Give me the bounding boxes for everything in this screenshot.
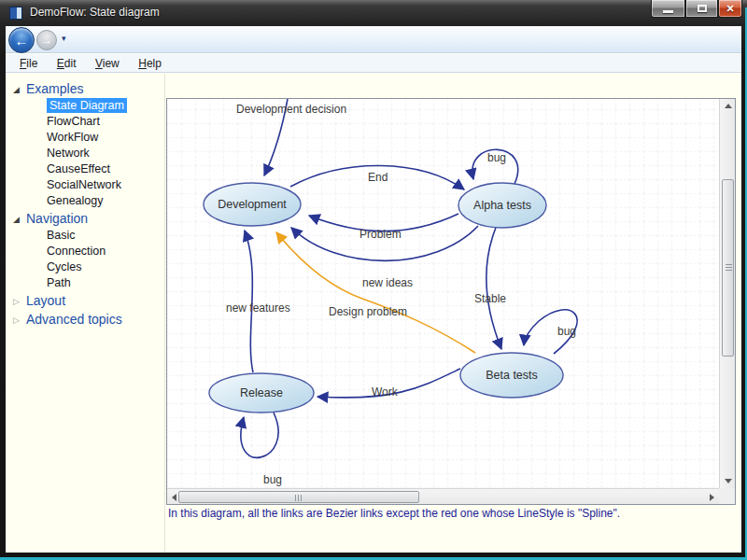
tree-section-label: Advanced topics (26, 312, 122, 327)
tree-section-label: Navigation (26, 211, 88, 226)
tree-item-state-diagram[interactable]: State Diagram (6, 98, 164, 114)
tree-item-flowchart[interactable]: FlowChart (6, 114, 164, 130)
tree-section-navigation[interactable]: ◢Navigation (6, 209, 164, 228)
scroll-down-icon (725, 479, 732, 483)
tree-item-socialnetwork[interactable]: SocialNetwork (6, 177, 164, 193)
minimize-icon (663, 10, 673, 13)
node-beta-tests[interactable]: Beta tests (460, 353, 563, 398)
tree-section-advanced-topics[interactable]: ▷Advanced topics (6, 310, 164, 329)
tree-section-layout[interactable]: ▷Layout (6, 291, 164, 310)
tree-item-path[interactable]: Path (6, 275, 164, 291)
tree-item-label: SocialNetwork (47, 178, 121, 191)
link-label: Problem (359, 228, 402, 241)
tree-item-cycles[interactable]: Cycles (6, 259, 164, 275)
link-label: bug (487, 151, 506, 164)
scroll-up-button[interactable] (720, 99, 736, 113)
title-bar[interactable]: DemoFlow: State diagram ✕ (0, 0, 747, 26)
app-window: DemoFlow: State diagram ✕ ← → ▾ File Edi… (0, 0, 747, 560)
tree-item-label: CauseEffect (47, 162, 110, 175)
diagram-canvas[interactable]: Development Alpha tests Beta tests Relea… (167, 99, 719, 488)
expanded-icon[interactable]: ◢ (13, 210, 26, 229)
window-controls: ✕ (651, 0, 742, 18)
scroll-right-button[interactable] (705, 489, 719, 505)
link-label: Design problem (329, 305, 407, 318)
menu-view[interactable]: View (88, 55, 127, 70)
maximize-icon (698, 5, 707, 12)
tree-item-label: FlowChart (47, 115, 100, 128)
link-label: Work (372, 385, 399, 399)
tree-item-label: State Diagram (47, 98, 127, 113)
vertical-scroll-thumb[interactable] (722, 179, 734, 357)
scrollbar-corner (719, 488, 735, 504)
content-area: ◢Examples State Diagram FlowChart WorkFl… (6, 74, 741, 553)
back-button[interactable]: ← (8, 27, 35, 53)
tree-item-label: Network (47, 147, 90, 160)
scroll-right-icon (710, 494, 714, 501)
link-label: bug (557, 325, 576, 338)
forward-button[interactable]: → (36, 30, 57, 50)
horizontal-scroll-thumb[interactable] (178, 491, 419, 503)
tree-section-label: Layout (26, 293, 65, 308)
collapsed-icon[interactable]: ▷ (13, 311, 26, 329)
expanded-icon[interactable]: ◢ (13, 80, 26, 99)
link-label: Stable (474, 292, 506, 305)
app-icon (9, 7, 22, 20)
minimize-button[interactable] (651, 0, 685, 18)
collapsed-icon[interactable]: ▷ (13, 292, 26, 311)
tree-item-label: Connection (47, 245, 106, 258)
link-label: Development decision (236, 103, 346, 116)
tree-section-examples[interactable]: ◢Examples (6, 79, 164, 98)
toolbar: ← → ▾ (6, 26, 741, 53)
tree-item-workflow[interactable]: WorkFlow (6, 130, 164, 146)
maximize-button[interactable] (685, 0, 718, 18)
menu-edit[interactable]: Edit (49, 55, 84, 70)
client-area: ← → ▾ File Edit View Help ◢Examples Stat… (6, 26, 741, 553)
tree-item-label: Cycles (47, 260, 82, 273)
sidebar-tree: ◢Examples State Diagram FlowChart WorkFl… (6, 74, 164, 553)
node-label: Beta tests (486, 369, 538, 382)
link-label: bug (263, 473, 282, 486)
diagram-caption: In this diagram, all the links are Bezie… (168, 507, 728, 520)
tree-item-genealogy[interactable]: Genealogy (6, 193, 164, 209)
forward-arrow-icon: → (41, 34, 52, 47)
tree-item-causeeffect[interactable]: CauseEffect (6, 161, 164, 177)
tree-section-label: Examples (26, 81, 83, 96)
tree-item-label: Path (47, 276, 71, 289)
scroll-grip-icon (295, 495, 303, 501)
tree-item-label: Basic (47, 229, 76, 242)
vertical-scrollbar[interactable] (719, 99, 735, 488)
node-label: Release (240, 386, 283, 399)
history-dropdown-button[interactable]: ▾ (62, 34, 66, 43)
scroll-left-icon (172, 494, 176, 501)
menu-bar: File Edit View Help (6, 54, 741, 73)
tree-item-basic[interactable]: Basic (6, 228, 164, 244)
link-label: new ideas (362, 276, 413, 289)
close-button[interactable]: ✕ (718, 0, 742, 18)
diagram-panel: Development Alpha tests Beta tests Relea… (166, 98, 736, 505)
link-label: End (368, 171, 388, 184)
close-icon: ✕ (726, 3, 734, 15)
canvas-grid (167, 99, 719, 488)
node-label: Alpha tests (473, 199, 531, 212)
window-title: DemoFlow: State diagram (30, 6, 160, 19)
scroll-up-icon (725, 104, 732, 108)
tree-item-network[interactable]: Network (6, 146, 164, 161)
node-development[interactable]: Development (204, 183, 301, 226)
back-arrow-icon: ← (15, 33, 29, 49)
menu-help[interactable]: Help (131, 55, 169, 70)
node-label: Development (218, 198, 287, 211)
tree-item-label: WorkFlow (47, 131, 98, 144)
tree-item-label: Genealogy (47, 194, 103, 207)
scroll-down-button[interactable] (720, 474, 736, 488)
horizontal-scrollbar[interactable] (167, 488, 719, 504)
tree-item-connection[interactable]: Connection (6, 244, 164, 259)
scroll-grip-icon (726, 264, 732, 272)
link-label: new features (226, 301, 290, 315)
node-release[interactable]: Release (209, 373, 314, 413)
node-alpha-tests[interactable]: Alpha tests (458, 183, 546, 228)
pane-divider (164, 74, 165, 553)
menu-file[interactable]: File (12, 55, 45, 70)
